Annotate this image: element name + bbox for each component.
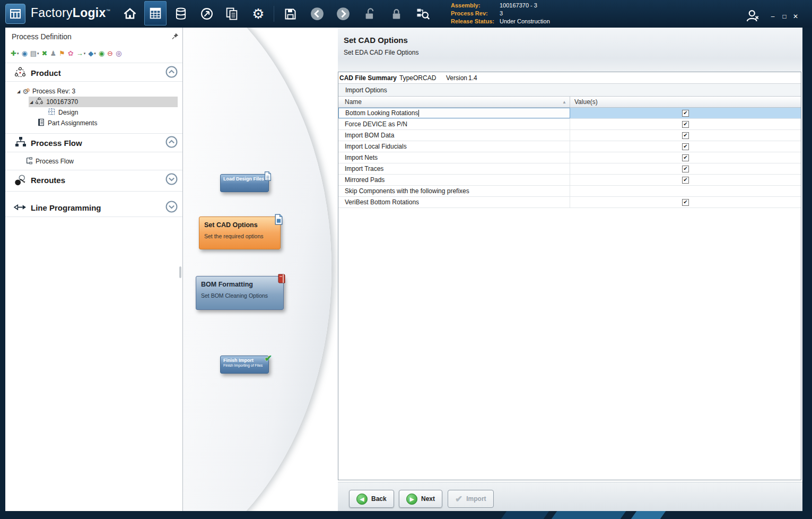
- row-name[interactable]: Force DEVICE as P/N: [338, 119, 570, 129]
- row-name[interactable]: Mirrored Pads: [338, 175, 570, 185]
- sidebar-scrollbar-thumb[interactable]: [179, 266, 181, 278]
- row-value[interactable]: ✔: [570, 163, 801, 174]
- next-button[interactable]: ▶ Next: [399, 490, 442, 508]
- process-flow-icon: [14, 136, 27, 151]
- row-name[interactable]: Import Nets: [338, 152, 570, 163]
- section-reroutes[interactable]: Reroutes: [5, 173, 182, 188]
- app-name: FactoryLogix™: [31, 6, 110, 20]
- record-icon[interactable]: ◎: [116, 50, 121, 57]
- table-row[interactable]: Bottom Looking Rotations✔: [338, 108, 801, 119]
- checkbox[interactable]: ✔: [682, 143, 689, 150]
- table-row[interactable]: Mirrored Pads✔: [338, 175, 801, 186]
- maximize-button[interactable]: □: [780, 13, 789, 20]
- table-row[interactable]: Force DEVICE as P/N✔: [338, 119, 801, 130]
- row-value[interactable]: ✔: [570, 108, 801, 118]
- row-name[interactable]: Bottom Looking Rotations: [338, 108, 570, 118]
- toolbar-separator: [274, 6, 274, 22]
- tree-item-process-flow[interactable]: Process Flow: [25, 156, 74, 167]
- row-name[interactable]: Skip Components with the following prefi…: [338, 186, 570, 196]
- workflow-step-load-design-files[interactable]: Load Design Files: [220, 174, 269, 192]
- tree-item-design[interactable]: Design: [48, 107, 78, 118]
- flask-icon[interactable]: ⚑: [59, 50, 65, 57]
- checkbox[interactable]: ✔: [682, 154, 689, 161]
- column-header-values[interactable]: Value(s): [570, 97, 801, 107]
- home-icon[interactable]: [121, 2, 139, 25]
- add-icon[interactable]: ✚▾: [11, 50, 19, 57]
- dropdown-caret-icon[interactable]: ▾: [84, 51, 86, 55]
- table-row[interactable]: VeriBest Bottom Rotations✔: [338, 197, 801, 208]
- checkbox[interactable]: ✔: [682, 177, 689, 184]
- checkbox[interactable]: ✔: [682, 132, 689, 139]
- table-row[interactable]: Import Nets✔: [338, 152, 801, 163]
- dropdown-caret-icon[interactable]: ▾: [17, 51, 19, 55]
- expand-icon[interactable]: ◢: [17, 89, 20, 94]
- link-icon[interactable]: ◉: [21, 50, 27, 57]
- close-button[interactable]: ✕: [791, 13, 800, 20]
- expand-icon[interactable]: ◢: [30, 100, 33, 105]
- checkbox[interactable]: ✔: [682, 110, 689, 117]
- design-icon: [48, 108, 56, 117]
- table-row[interactable]: Import BOM Data✔: [338, 130, 801, 141]
- table-row[interactable]: Import Local Fiducials✔: [338, 141, 801, 152]
- row-value[interactable]: ✔: [570, 175, 801, 185]
- pin-icon[interactable]: [172, 32, 179, 42]
- dropdown-caret-icon[interactable]: ▾: [94, 51, 96, 55]
- flower-icon[interactable]: ✿: [68, 50, 74, 57]
- page-subtitle: Set EDA CAD File Options: [344, 49, 418, 56]
- row-name[interactable]: Import BOM Data: [338, 130, 570, 141]
- row-value[interactable]: ✔: [570, 141, 801, 152]
- assembly-value: 100167370 - 3: [500, 2, 550, 9]
- back-icon[interactable]: [308, 2, 326, 25]
- flow-search-icon[interactable]: [414, 2, 432, 25]
- user-remove-icon[interactable]: [744, 4, 762, 28]
- section-line-programming[interactable]: Line Programming: [5, 200, 182, 214]
- unlock-icon[interactable]: [361, 2, 379, 25]
- fill-icon[interactable]: ◆▾: [88, 50, 96, 57]
- column-header-name[interactable]: Name ▲: [338, 97, 570, 107]
- expand-down-icon[interactable]: [165, 201, 178, 215]
- back-button[interactable]: ◀ Back: [349, 490, 394, 508]
- globe-icon[interactable]: ◉: [99, 50, 104, 57]
- split-icon[interactable]: ✖: [42, 50, 48, 57]
- forward-icon[interactable]: [334, 2, 352, 25]
- print-icon[interactable]: ▤▾: [30, 50, 39, 57]
- database-icon[interactable]: [172, 2, 190, 25]
- settings-gear-icon[interactable]: ⚙: [249, 2, 267, 25]
- navigate-icon[interactable]: [198, 2, 216, 25]
- lock-icon[interactable]: [387, 2, 405, 25]
- user-icon[interactable]: ♟: [50, 50, 56, 57]
- table-row[interactable]: Skip Components with the following prefi…: [338, 186, 801, 197]
- row-value[interactable]: ✔: [570, 130, 801, 141]
- minimize-button[interactable]: –: [768, 13, 778, 20]
- tree-item-part-assignments[interactable]: Part Assignments: [37, 118, 97, 128]
- gears-icon: ⚙⚙: [22, 88, 30, 96]
- export-icon[interactable]: →▾: [76, 50, 86, 57]
- import-button[interactable]: ✔ Import: [448, 490, 494, 508]
- titlebar: FactoryLogix™ ⚙ Assembly: 100167370 - 3 …: [0, 0, 812, 28]
- checkbox[interactable]: ✔: [682, 121, 689, 128]
- workflow-step-set-cad-options[interactable]: Set CAD Options Set the required options: [199, 217, 281, 249]
- tree-item-assembly[interactable]: ◢ 100167370: [30, 97, 78, 107]
- documents-icon[interactable]: [223, 2, 241, 25]
- table-row[interactable]: Import Traces✔: [338, 163, 801, 175]
- section-product[interactable]: Product: [5, 66, 182, 81]
- tree-item-process-rev[interactable]: ◢ ⚙⚙ Process Rev: 3: [17, 86, 75, 97]
- section-process-flow[interactable]: Process Flow: [5, 136, 182, 151]
- row-name[interactable]: Import Traces: [338, 163, 570, 174]
- remove-icon[interactable]: ⊖: [107, 50, 113, 57]
- row-value[interactable]: ✔: [570, 119, 801, 129]
- dropdown-caret-icon[interactable]: ▾: [37, 51, 39, 55]
- collapse-up-icon[interactable]: [165, 66, 178, 80]
- row-value[interactable]: ✔: [570, 152, 801, 163]
- row-name[interactable]: VeriBest Bottom Rotations: [338, 197, 570, 207]
- save-icon[interactable]: [281, 2, 299, 25]
- expand-down-icon[interactable]: [165, 173, 178, 187]
- checkbox[interactable]: ✔: [682, 199, 689, 206]
- spreadsheet-icon[interactable]: [144, 1, 167, 25]
- checkbox[interactable]: ✔: [682, 166, 689, 172]
- workflow-step-finish-import[interactable]: Finish Import Finish Importing of Files …: [220, 356, 269, 374]
- row-value[interactable]: ✔: [570, 197, 801, 207]
- row-name[interactable]: Import Local Fiducials: [338, 141, 570, 152]
- workflow-step-bom-formatting[interactable]: BOM Formatting Set BOM Cleaning Options: [196, 276, 284, 310]
- collapse-up-icon[interactable]: [165, 136, 178, 150]
